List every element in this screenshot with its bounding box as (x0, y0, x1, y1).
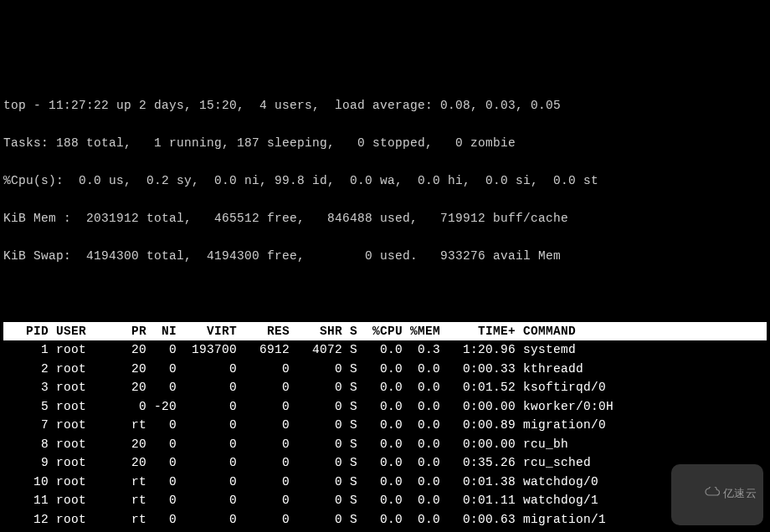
top-summary-line3: %Cpu(s): 0.0 us, 0.2 sy, 0.0 ni, 99.8 id… (3, 171, 767, 191)
table-row: 13 root 20 0 0 0 0 S 0.0 0.0 0:01.35 kso… (3, 529, 767, 532)
top-summary-line1: top - 11:27:22 up 2 days, 15:20, 4 users… (3, 96, 767, 115)
blank-line (3, 284, 767, 304)
table-row: 12 root rt 0 0 0 0 S 0.0 0.0 0:00.63 mig… (3, 510, 767, 529)
table-row: 5 root 0 -20 0 0 0 S 0.0 0.0 0:00.00 kwo… (3, 397, 767, 417)
column-headers: PID USER PR NI VIRT RES SHR S %CPU %MEM … (3, 322, 767, 341)
process-list: 1 root 20 0 193700 6912 4072 S 0.0 0.3 1… (3, 340, 767, 532)
watermark-text: 亿速云 (723, 485, 757, 504)
table-row: 2 root 20 0 0 0 0 S 0.0 0.0 0:00.33 kthr… (3, 360, 767, 379)
top-summary-line5: KiB Swap: 4194300 total, 4194300 free, 0… (3, 247, 767, 266)
table-row: 3 root 20 0 0 0 0 S 0.0 0.0 0:01.52 ksof… (3, 378, 767, 397)
table-row: 1 root 20 0 193700 6912 4072 S 0.0 0.3 1… (3, 340, 767, 360)
top-summary-line2: Tasks: 188 total, 1 running, 187 sleepin… (3, 134, 767, 153)
table-row: 8 root 20 0 0 0 0 S 0.0 0.0 0:00.00 rcu_… (3, 435, 767, 454)
table-row: 9 root 20 0 0 0 0 S 0.0 0.0 0:35.26 rcu_… (3, 453, 767, 473)
top-summary-line4: KiB Mem : 2031912 total, 465512 free, 84… (3, 209, 767, 228)
terminal-output[interactable]: top - 11:27:22 up 2 days, 15:20, 4 users… (3, 77, 767, 532)
cloud-icon (678, 467, 720, 524)
table-row: 7 root rt 0 0 0 0 S 0.0 0.0 0:00.89 migr… (3, 416, 767, 435)
watermark-badge: 亿速云 (671, 464, 763, 526)
table-row: 11 root rt 0 0 0 0 S 0.0 0.0 0:01.11 wat… (3, 491, 767, 510)
table-row: 10 root rt 0 0 0 0 S 0.0 0.0 0:01.38 wat… (3, 473, 767, 492)
